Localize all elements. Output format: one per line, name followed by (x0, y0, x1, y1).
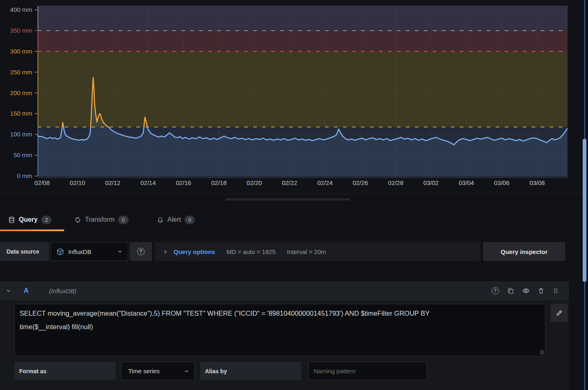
query-options-bar: Query options MD = auto = 1825 Interval … (155, 242, 480, 261)
max-data-points-text: MD = auto = 1825 (227, 248, 276, 255)
svg-text:03/04: 03/04 (459, 179, 474, 186)
collapse-chevron-icon[interactable] (6, 288, 11, 294)
tab-query-badge: 2 (41, 216, 51, 224)
pencil-icon (556, 310, 563, 316)
svg-text:03/02: 03/02 (423, 179, 439, 186)
alias-by-field[interactable] (308, 362, 427, 380)
question-circle-icon: ? (137, 248, 145, 255)
svg-text:02/28: 02/28 (388, 179, 403, 186)
tab-query[interactable]: Query 2 (8, 210, 51, 230)
svg-text:02/22: 02/22 (282, 179, 297, 186)
svg-text:03/06: 03/06 (494, 179, 510, 186)
drag-handle-icon[interactable] (552, 287, 559, 294)
data-source-select[interactable]: InfluxDB (51, 242, 128, 261)
scrollbar-thumb[interactable] (583, 139, 586, 282)
textarea-resize-corner[interactable] (540, 350, 544, 354)
query-options-link[interactable]: Query options (174, 248, 215, 255)
svg-text:50 mm: 50 mm (13, 152, 32, 158)
format-as-select[interactable]: Time series (121, 362, 195, 380)
influxdb-logo-icon (56, 248, 64, 256)
svg-text:02/18: 02/18 (211, 179, 227, 186)
data-source-help-button[interactable]: ? (130, 242, 152, 261)
tab-transform-badge: 0 (118, 216, 128, 224)
tab-transform[interactable]: Transform 0 (74, 210, 129, 230)
svg-text:350 mm: 350 mm (10, 27, 32, 34)
timeseries-panel: 0 mm50 mm100 mm150 mm200 mm250 mm300 mm3… (0, 0, 588, 194)
tab-alert-badge: 0 (185, 216, 195, 224)
chevron-right-icon[interactable] (163, 249, 168, 254)
svg-text:02/10: 02/10 (70, 179, 85, 186)
tab-transform-label: Transform (85, 216, 114, 223)
svg-text:03/08: 03/08 (530, 179, 545, 186)
svg-text:02/20: 02/20 (247, 179, 262, 186)
svg-text:02/24: 02/24 (317, 179, 333, 186)
toggle-visibility-icon[interactable] (522, 287, 530, 294)
panel-divider (0, 194, 588, 194)
edit-query-button[interactable] (550, 304, 568, 322)
query-ref-id: A (24, 287, 29, 295)
interval-text: Interval = 20m (287, 248, 326, 255)
transform-icon (74, 216, 81, 223)
svg-text:150 mm: 150 mm (10, 110, 32, 117)
tab-alert-label: Alert (167, 216, 181, 223)
svg-text:02/12: 02/12 (105, 179, 120, 186)
query-datasource-hint: (InfluxDB) (49, 287, 76, 294)
svg-text:02/08: 02/08 (34, 179, 50, 186)
svg-text:100 mm: 100 mm (10, 131, 32, 138)
svg-text:0 mm: 0 mm (17, 172, 33, 179)
tab-alert[interactable]: Alert 0 (157, 210, 195, 230)
query-help-icon[interactable]: ? (492, 287, 499, 294)
delete-query-icon[interactable] (538, 287, 544, 294)
svg-text:02/26: 02/26 (353, 179, 368, 186)
query-row-header: A (InfluxDB) ? (0, 281, 569, 300)
tab-query-label: Query (19, 216, 38, 223)
query-sql-editor[interactable]: SELECT moving_average(mean("Distance"),5… (14, 304, 546, 356)
query-inspector-button[interactable]: Query inspector (483, 242, 565, 261)
panel-resize-handle[interactable] (225, 198, 350, 201)
chevron-down-icon (184, 368, 189, 374)
format-as-label: Format as (14, 362, 116, 380)
grafana-panel-editor: 0 mm50 mm100 mm150 mm200 mm250 mm300 mm3… (0, 0, 588, 390)
svg-text:400 mm: 400 mm (10, 6, 32, 13)
svg-text:02/16: 02/16 (176, 179, 192, 186)
alias-by-label: Alias by (200, 362, 301, 380)
svg-text:02/14: 02/14 (140, 179, 156, 186)
duplicate-query-icon[interactable] (507, 287, 514, 294)
svg-text:300 mm: 300 mm (10, 48, 32, 55)
naming-pattern-input[interactable] (309, 362, 427, 380)
svg-text:250 mm: 250 mm (10, 69, 32, 76)
database-icon (8, 216, 15, 223)
data-source-value: InfluxDB (68, 248, 91, 255)
data-source-label: Data source (0, 242, 49, 261)
tabbar-divider (0, 231, 588, 232)
bell-icon (157, 216, 164, 223)
chevron-down-icon (117, 249, 123, 254)
format-as-value: Time series (128, 368, 160, 374)
svg-text:200 mm: 200 mm (10, 89, 32, 96)
timeseries-chart[interactable]: 0 mm50 mm100 mm150 mm200 mm250 mm300 mm3… (38, 6, 568, 178)
